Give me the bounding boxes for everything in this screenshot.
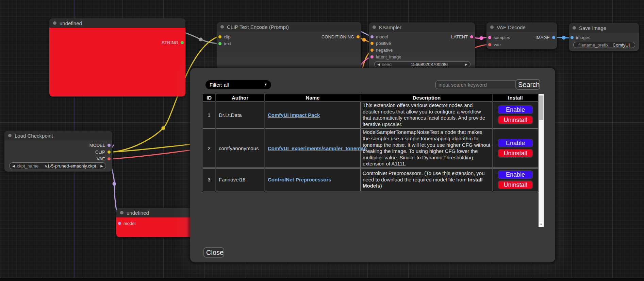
input-port-dot[interactable] xyxy=(218,42,221,45)
node-collapse-dot[interactable] xyxy=(53,21,56,25)
comfyui-canvas[interactable]: undefined STRING CLIP Text Encode (Promp… xyxy=(0,0,644,281)
extension-link[interactable]: ComfyUI Impact Pack xyxy=(268,112,320,118)
input-port-dot[interactable] xyxy=(118,222,121,225)
ckpt-name-widget[interactable]: ◀ ckpt_name v1-5-pruned-emaonly.ckpt ▶ xyxy=(9,162,106,169)
uninstall-button[interactable]: Uninstall xyxy=(498,180,533,189)
input-latent-image: latent_image xyxy=(369,54,401,59)
enable-button[interactable]: Enable xyxy=(498,105,533,114)
extension-table-wrap: ID Author Name Description Install 1 Dr.… xyxy=(202,94,544,227)
cell-id: 1 xyxy=(203,102,215,128)
uninstall-button[interactable]: Uninstall xyxy=(498,116,533,124)
node-undefined-top[interactable]: undefined STRING xyxy=(49,18,185,96)
reroute-dot-model[interactable] xyxy=(113,182,116,186)
reroute-dot-image[interactable] xyxy=(562,36,566,40)
widget-value[interactable]: v1-5-pruned-emaonly.ckpt xyxy=(40,163,100,169)
input-port-dot[interactable] xyxy=(488,43,491,46)
input-clip: clip xyxy=(217,34,231,39)
output-port-dot[interactable] xyxy=(108,157,111,160)
output-port-dot[interactable] xyxy=(357,35,360,38)
input-port-dot[interactable] xyxy=(370,42,374,45)
seed-widget[interactable]: ◀ seed 156680208700286 ▶ xyxy=(374,61,470,67)
extension-link[interactable]: ControlNet Preprocessors xyxy=(268,177,331,182)
node-ksampler[interactable]: KSampler model positive negative latent_… xyxy=(369,22,475,71)
node-title-bar[interactable]: undefined xyxy=(49,18,185,28)
node-collapse-dot[interactable] xyxy=(220,25,224,29)
input-port-dot[interactable] xyxy=(571,36,574,39)
output-label: CLIP xyxy=(95,150,105,155)
reroute-dot-conditioning[interactable] xyxy=(362,38,366,42)
input-samples: samples xyxy=(486,35,510,40)
left-arrow-icon[interactable]: ◀ xyxy=(377,63,380,66)
cell-install: Enable Uninstall xyxy=(493,168,538,191)
node-undefined-bottom[interactable]: undefined model xyxy=(116,208,195,237)
node-title-bar[interactable]: Save Image xyxy=(569,23,639,33)
description-text: ControlNet Preprocessors. (To use this e… xyxy=(363,170,485,182)
left-arrow-icon[interactable]: ◀ xyxy=(12,164,15,168)
reroute-dot-string[interactable] xyxy=(199,38,203,41)
cell-description: This extension offers various detector n… xyxy=(361,102,492,128)
cell-install: Enable Uninstall xyxy=(493,128,538,168)
input-port-dot[interactable] xyxy=(370,35,374,38)
scrollbar-thumb[interactable] xyxy=(539,95,543,120)
uninstall-button[interactable]: Uninstall xyxy=(498,149,533,158)
input-port-dot[interactable] xyxy=(370,49,374,52)
output-latent: LATENT xyxy=(451,34,475,39)
cell-description: ModelSamplerTonemapNoiseTest a node that… xyxy=(361,128,492,168)
filter-select-wrap: Filter: all ▼ xyxy=(205,80,271,89)
enable-button[interactable]: Enable xyxy=(498,170,533,179)
extension-link[interactable]: ComfyUI_experiments/sampler_tonemap xyxy=(268,145,367,151)
node-body-error: STRING xyxy=(49,28,185,96)
table-scrollbar[interactable]: ▼ xyxy=(539,94,544,227)
output-conditioning: CONDITIONING xyxy=(321,34,361,39)
output-port-dot[interactable] xyxy=(108,144,111,147)
node-collapse-dot[interactable] xyxy=(573,26,576,30)
description-text: ) xyxy=(380,183,382,189)
output-port-dot[interactable] xyxy=(108,151,111,154)
right-arrow-icon[interactable]: ▶ xyxy=(465,63,467,66)
search-input[interactable] xyxy=(435,81,518,89)
right-arrow-icon[interactable]: ▶ xyxy=(100,164,103,168)
input-label: model xyxy=(376,34,388,39)
node-load-checkpoint[interactable]: Load Checkpoint MODEL CLIP VAE ◀ ckpt_na… xyxy=(4,131,112,172)
enable-button[interactable]: Enable xyxy=(498,139,533,147)
node-collapse-dot[interactable] xyxy=(8,134,12,137)
search-button[interactable]: Search xyxy=(515,79,540,90)
node-title-bar[interactable]: Load Checkpoint xyxy=(4,131,112,140)
node-clip-text-encode[interactable]: CLIP Text Encode (Prompt) clip text COND… xyxy=(217,22,361,70)
close-button[interactable]: Close xyxy=(203,247,224,258)
scrollbar-down-arrow-icon[interactable]: ▼ xyxy=(539,222,544,227)
input-images: images xyxy=(569,35,590,40)
node-title-bar[interactable]: CLIP Text Encode (Prompt) xyxy=(217,22,361,32)
table-header-row: ID Author Name Description Install xyxy=(203,94,538,101)
node-title: undefined xyxy=(60,20,82,26)
node-save-image[interactable]: Save Image images filename_prefix ComfyU… xyxy=(569,23,639,51)
col-header-install: Install xyxy=(493,94,538,101)
output-port-dot[interactable] xyxy=(552,36,555,39)
filename-prefix-widget[interactable]: filename_prefix ComfyUI xyxy=(573,42,635,48)
node-collapse-dot[interactable] xyxy=(373,25,376,29)
reroute-dot-latent[interactable] xyxy=(480,36,483,40)
node-vae-decode[interactable]: VAE Decode samples vae IMAGE xyxy=(486,22,557,49)
widget-value[interactable]: ComfyUI xyxy=(610,42,632,48)
output-port-dot[interactable] xyxy=(181,41,184,44)
output-label: MODEL xyxy=(89,143,105,148)
input-label: samples xyxy=(494,35,510,40)
input-port-dot[interactable] xyxy=(488,36,491,39)
node-collapse-dot[interactable] xyxy=(120,211,123,214)
filter-select[interactable]: Filter: all xyxy=(205,80,271,89)
node-title-bar[interactable]: VAE Decode xyxy=(486,22,557,32)
input-port-dot[interactable] xyxy=(370,55,374,58)
node-title-bar[interactable]: KSampler xyxy=(369,22,475,32)
node-title-bar[interactable]: undefined xyxy=(116,208,195,217)
input-label: clip xyxy=(224,34,231,39)
canvas-bottom-edge xyxy=(0,278,644,281)
reroute-dot-clip[interactable] xyxy=(162,126,165,130)
input-port-dot[interactable] xyxy=(218,35,221,38)
widget-value[interactable]: 156680208700286 xyxy=(394,62,465,67)
output-port-dot[interactable] xyxy=(470,35,473,38)
node-collapse-dot[interactable] xyxy=(490,25,494,29)
node-title: Load Checkpoint xyxy=(15,133,53,139)
col-header-id: ID xyxy=(203,94,215,101)
node-title: KSampler xyxy=(379,24,401,30)
cell-author: Dr.Lt.Data xyxy=(216,102,264,128)
